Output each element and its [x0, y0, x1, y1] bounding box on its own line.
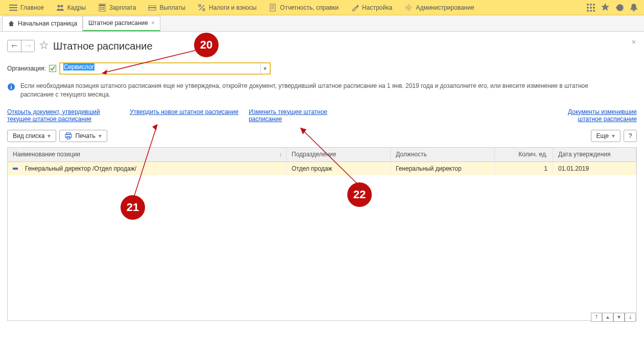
button-label: Печать	[75, 132, 95, 139]
menu-label: Настройка	[362, 4, 392, 11]
calculator-icon	[98, 4, 106, 12]
chevron-down-icon: ▾	[612, 132, 615, 139]
last-button[interactable]: ⤓	[625, 313, 636, 322]
svg-point-25	[593, 4, 595, 5]
view-list-button[interactable]: Вид списка ▾	[7, 130, 56, 142]
svg-rect-10	[100, 9, 101, 10]
svg-rect-12	[103, 9, 104, 10]
org-field: Сервислог ▾	[59, 62, 271, 75]
menu-hr[interactable]: Кадры	[50, 0, 92, 15]
tab-label: Штатное расписание	[88, 19, 148, 27]
down-button[interactable]: ▼	[613, 313, 625, 322]
svg-rect-1	[9, 7, 17, 8]
up-button[interactable]: ▲	[602, 313, 613, 322]
table-row[interactable]: Генеральный директор /Отдел продаж/ Отде…	[8, 162, 636, 175]
wrench-icon	[351, 4, 359, 12]
svg-rect-9	[103, 7, 104, 8]
svg-point-30	[590, 10, 592, 11]
chevron-down-icon: ▾	[99, 132, 102, 139]
svg-point-26	[587, 7, 589, 8]
tab-close-icon[interactable]: ×	[151, 19, 155, 27]
menu-taxes[interactable]: Налоги и взносы	[192, 0, 263, 15]
svg-rect-7	[100, 7, 101, 8]
nav-forward-button[interactable]: 🡒	[21, 40, 34, 52]
wallet-icon	[148, 4, 156, 12]
bell-icon[interactable]	[627, 1, 641, 15]
svg-point-23	[587, 4, 589, 5]
menu-admin[interactable]: Администрирование	[398, 0, 480, 15]
menu-settings[interactable]: Настройка	[345, 0, 398, 15]
callout-20: 20	[194, 33, 219, 57]
apps-icon[interactable]	[584, 1, 598, 15]
svg-point-22	[408, 6, 410, 9]
link-open-doc[interactable]: Открыть документ, утвердивший текущее шт…	[7, 108, 120, 123]
link-approve-new[interactable]: Утвердить новое штатное расписание	[130, 108, 238, 123]
cell-qty: 1	[544, 165, 547, 172]
document-icon	[269, 4, 277, 12]
cell-name: Генеральный директор /Отдел продаж/	[25, 165, 136, 172]
svg-rect-18	[270, 4, 275, 11]
link-docs-changed[interactable]: Документы изменившие штатное расписание	[545, 108, 637, 123]
collapse-icon[interactable]	[13, 168, 18, 170]
link-change-current[interactable]: Изменить текущее штатное расписание	[249, 108, 361, 123]
svg-rect-0	[9, 5, 17, 6]
info-text: Если необходимая позиция штатного распис…	[20, 82, 618, 99]
history-icon[interactable]	[612, 1, 627, 15]
org-checkbox[interactable]	[49, 65, 56, 72]
staffing-table: Наименование позиции ↓ Подразделение Дол…	[7, 147, 637, 321]
table-nav-buttons: ⤒ ▲ ▼ ⤓	[591, 313, 636, 322]
first-button[interactable]: ⤒	[591, 313, 602, 322]
menu-label: Главное	[20, 4, 44, 11]
svg-rect-37	[65, 134, 71, 137]
org-dropdown-button[interactable]: ▾	[260, 63, 270, 74]
chevron-down-icon: ▾	[47, 132, 51, 139]
menu-payments[interactable]: Выплаты	[142, 0, 192, 15]
favorite-icon[interactable]	[598, 1, 612, 15]
col-date-header[interactable]: Дата утверждения	[553, 148, 636, 161]
sort-icon: ↓	[279, 151, 282, 158]
svg-point-29	[587, 10, 589, 11]
people-icon	[56, 4, 64, 12]
svg-point-16	[203, 9, 205, 11]
close-icon[interactable]: ×	[632, 38, 636, 46]
button-label: Еще	[597, 132, 609, 139]
org-input[interactable]: Сервислог	[60, 63, 260, 74]
svg-point-35	[11, 85, 12, 86]
tab-staffing[interactable]: Штатное расписание ×	[83, 16, 160, 31]
cell-job: Генеральный директор	[396, 165, 462, 172]
svg-point-28	[593, 7, 595, 8]
callout-21: 21	[121, 195, 145, 220]
menu-label: Администрирование	[416, 4, 474, 11]
tab-home[interactable]: Начальная страница	[2, 16, 83, 31]
info-icon	[7, 83, 15, 91]
help-button[interactable]: ?	[624, 130, 637, 142]
menu-main[interactable]: Главное	[3, 0, 50, 15]
button-label: ?	[629, 132, 632, 139]
gear-icon	[404, 4, 413, 12]
col-dept-header[interactable]: Подразделение	[287, 148, 391, 161]
col-qty-header[interactable]: Колич. ед.	[495, 148, 553, 161]
svg-point-4	[60, 5, 63, 7]
menu-salary[interactable]: Зарплата	[92, 0, 142, 15]
print-button[interactable]: Печать ▾	[59, 130, 107, 142]
svg-rect-8	[102, 7, 103, 8]
menu-label: Зарплата	[109, 4, 136, 11]
menu-label: Выплаты	[159, 4, 185, 11]
favorite-toggle[interactable]	[39, 40, 49, 52]
col-name-header[interactable]: Наименование позиции ↓	[8, 148, 287, 161]
col-job-header[interactable]: Должность	[391, 148, 495, 161]
svg-point-31	[593, 10, 595, 11]
nav-back-button[interactable]: 🡐	[8, 40, 21, 52]
callout-22: 22	[347, 182, 372, 207]
tabs-bar: Начальная страница Штатное расписание ×	[0, 15, 644, 32]
more-button[interactable]: Еще ▾	[591, 130, 621, 142]
menu-reports[interactable]: Отчетность, справки	[263, 0, 345, 15]
svg-rect-6	[100, 5, 105, 6]
home-icon	[8, 20, 15, 27]
percent-icon	[198, 4, 206, 12]
menu-icon	[9, 4, 17, 12]
menu-label: Отчетность, справки	[280, 4, 339, 11]
svg-point-3	[57, 5, 60, 7]
button-label: Вид списка	[13, 132, 44, 139]
svg-rect-11	[102, 9, 103, 10]
